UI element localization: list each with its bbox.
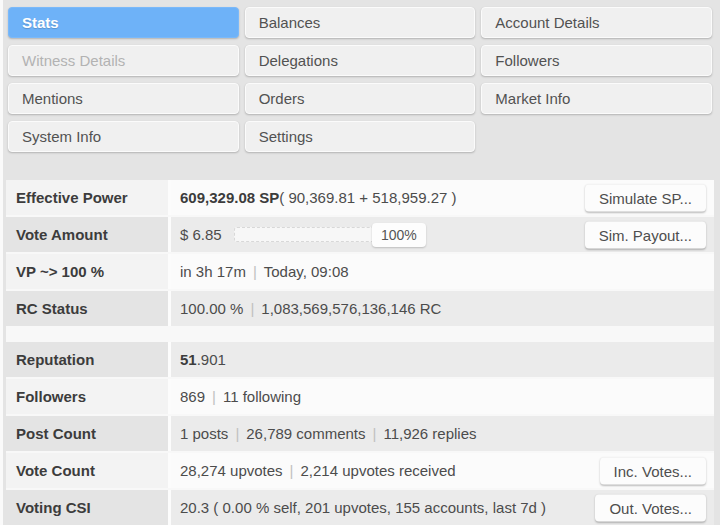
tab-label: System Info [22, 128, 101, 145]
table-row-vp-100: VP ~> 100 %in 3h 17m|Today, 09:08 [6, 254, 714, 289]
account-table: Reputation51.901Followers869|11 followin… [6, 342, 714, 525]
vote-weight-slider[interactable]: 100% [234, 227, 424, 242]
value-separator: | [212, 388, 216, 405]
tab-witness-details: Witness Details [8, 45, 239, 76]
table-row-reputation: Reputation51.901 [6, 342, 714, 377]
tab-balances[interactable]: Balances [245, 7, 476, 38]
value-segment: 609,329.08 SP [180, 189, 279, 206]
tab-label: Account Details [495, 14, 599, 31]
value-segment: Today, 09:08 [264, 263, 349, 280]
stats-panel: Effective Power609,329.08 SP ( 90,369.81… [6, 180, 714, 525]
vote-weight-percent-badge: 100% [372, 223, 426, 247]
tab-delegations[interactable]: Delegations [245, 45, 476, 76]
inc-votes-button[interactable]: Inc. Votes... [600, 457, 706, 484]
row-value: in 3h 17m|Today, 09:08 [171, 254, 714, 289]
row-value: 869|11 following [171, 379, 714, 414]
row-value: 1 posts|26,789 comments|11,926 replies [171, 416, 714, 451]
row-label: Effective Power [6, 180, 171, 215]
value-segment: 869 [180, 388, 205, 405]
table-row-vote-amount: Vote Amount$ 6.85100%Sim. Payout... [6, 217, 714, 252]
table-row-effective-power: Effective Power609,329.08 SP ( 90,369.81… [6, 180, 714, 215]
tab-label: Orders [259, 90, 305, 107]
value-segment: 28,274 upvotes [180, 462, 283, 479]
tab-label: Stats [22, 14, 59, 31]
row-label: Reputation [6, 342, 171, 377]
row-label: Voting CSI [6, 490, 171, 525]
table-row-post-count: Post Count1 posts|26,789 comments|11,926… [6, 416, 714, 451]
table-row-followers: Followers869|11 following [6, 379, 714, 414]
table-row-voting-csi: Voting CSI20.3 ( 0.00 % self, 201 upvote… [6, 490, 714, 525]
value-separator: | [250, 300, 254, 317]
tab-label: Market Info [495, 90, 570, 107]
value-separator: | [235, 425, 239, 442]
tab-stats[interactable]: Stats [8, 7, 239, 38]
row-label: Followers [6, 379, 171, 414]
row-label: Vote Count [6, 453, 171, 488]
tab-account-details[interactable]: Account Details [481, 7, 712, 38]
tab-mentions[interactable]: Mentions [8, 83, 239, 114]
value-segment: 100.00 % [180, 300, 243, 317]
value-segment: 2,214 upvotes received [301, 462, 456, 479]
value-segment: 20.3 ( 0.00 % self, 201 upvotes, 155 acc… [180, 499, 546, 516]
tab-label: Mentions [22, 90, 83, 107]
value-segment: 11 following [223, 388, 301, 405]
left-edge-highlight [0, 0, 3, 525]
sim-payout-button[interactable]: Sim. Payout... [585, 221, 706, 248]
row-value: $ 6.85100%Sim. Payout... [171, 217, 714, 252]
value-segment: ( 90,369.81 + 518,959.27 ) [279, 189, 456, 206]
tab-settings[interactable]: Settings [245, 121, 476, 152]
table-spacer [6, 328, 714, 342]
tab-followers[interactable]: Followers [481, 45, 712, 76]
tab-system-info[interactable]: System Info [8, 121, 239, 152]
value-segment: .901 [197, 351, 226, 368]
tab-label: Balances [259, 14, 321, 31]
row-label: Vote Amount [6, 217, 171, 252]
value-separator: | [373, 425, 377, 442]
tab-label: Followers [495, 52, 559, 69]
row-value: 28,274 upvotes|2,214 upvotes receivedInc… [171, 453, 714, 488]
value-segment: 11,926 replies [383, 425, 476, 442]
value-segment: 26,789 comments [246, 425, 365, 442]
row-label: VP ~> 100 % [6, 254, 171, 289]
row-value: 20.3 ( 0.00 % self, 201 upvotes, 155 acc… [171, 490, 714, 525]
row-value: 51.901 [171, 342, 714, 377]
table-row-vote-count: Vote Count28,274 upvotes|2,214 upvotes r… [6, 453, 714, 488]
value-separator: | [253, 263, 257, 280]
row-label: Post Count [6, 416, 171, 451]
tab-label: Settings [259, 128, 313, 145]
row-value: 100.00 %|1,083,569,576,136,146 RC [171, 291, 714, 326]
tab-label: Witness Details [22, 52, 125, 69]
tab-label: Delegations [259, 52, 338, 69]
value-separator: | [290, 462, 294, 479]
row-value: 609,329.08 SP ( 90,369.81 + 518,959.27 )… [171, 180, 714, 215]
tab-grid: StatsBalancesAccount DetailsWitness Deta… [0, 0, 720, 152]
value-segment: 51 [180, 351, 197, 368]
simulate-sp-button[interactable]: Simulate SP... [585, 184, 706, 211]
out-votes-button[interactable]: Out. Votes... [595, 494, 706, 521]
tab-orders[interactable]: Orders [245, 83, 476, 114]
value-segment: $ 6.85 [180, 226, 222, 243]
row-label: RC Status [6, 291, 171, 326]
table-row-rc-status: RC Status100.00 %|1,083,569,576,136,146 … [6, 291, 714, 326]
value-segment: 1 posts [180, 425, 228, 442]
tab-market-info[interactable]: Market Info [481, 83, 712, 114]
value-segment: in 3h 17m [180, 263, 246, 280]
stats-table: Effective Power609,329.08 SP ( 90,369.81… [6, 180, 714, 326]
value-segment: 1,083,569,576,136,146 RC [261, 300, 441, 317]
